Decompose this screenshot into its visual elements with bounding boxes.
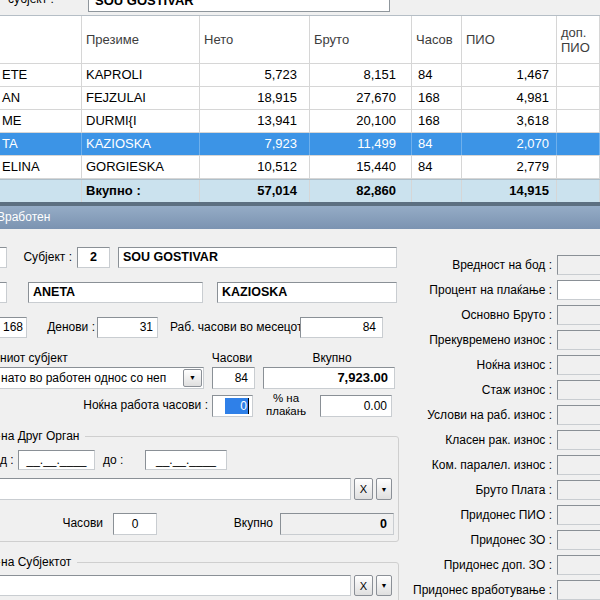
top-subject-field[interactable]: SOU GOSTIVAR xyxy=(88,0,390,12)
table-row[interactable]: ETE KAPROLI 5,723 8,151 84 1,467 xyxy=(0,64,600,87)
cell-firstname: ETE xyxy=(0,64,82,86)
rp-field-0 xyxy=(557,255,600,275)
cell-hours: 168 xyxy=(412,87,462,109)
rp-label-10: Придонес ПИО : xyxy=(368,505,552,525)
rp-field-8 xyxy=(557,455,600,475)
employment-type-dropdown[interactable]: нато во работен однос со неп ▼ xyxy=(0,367,204,389)
top-subject-label: субјект : xyxy=(8,0,54,6)
employment-hours-field[interactable]: 84 xyxy=(212,367,255,389)
cell-neto: 13,941 xyxy=(200,110,310,132)
section-header-title: Вработен xyxy=(0,210,50,224)
totals-dop-pio xyxy=(557,180,600,202)
cell-firstname: ME xyxy=(0,110,82,132)
subject-name-field[interactable]: SOU GOSTIVAR xyxy=(118,247,397,268)
month-hours-field[interactable]: 168 xyxy=(0,317,27,338)
cell-hours: 84 xyxy=(412,64,462,86)
subject-group-title: на Субјектот xyxy=(1,555,77,569)
totals-hours xyxy=(412,180,462,202)
table-row[interactable]: ELINA GORGIESKA 10,512 15,440 84 2,779 xyxy=(0,156,600,179)
cell-firstname: AN xyxy=(0,87,82,109)
col-header-dop-pio: доп. ПИО xyxy=(557,16,600,63)
top-subject-row: субјект : SOU GOSTIVAR xyxy=(0,0,600,13)
rp-field-4 xyxy=(557,355,600,375)
rp-label-1: Процент на плаќање : xyxy=(368,280,552,300)
days-label: Денови : xyxy=(38,317,95,338)
cell-neto: 18,915 xyxy=(200,87,310,109)
chevron-down-icon[interactable]: ▼ xyxy=(183,369,202,387)
rp-label-6: Услови на раб. износ : xyxy=(368,405,552,425)
rp-label-7: Класен рак. износ : xyxy=(368,430,552,450)
cell-hours: 84 xyxy=(412,156,462,178)
col-header-surname: Презиме xyxy=(82,16,200,63)
totals-bruto: 82,860 xyxy=(310,180,412,202)
totals-pio: 14,915 xyxy=(462,180,557,202)
table-row[interactable]: AN FEJZULAI 18,915 27,670 168 4,981 xyxy=(0,87,600,110)
rp-field-12 xyxy=(557,555,600,575)
cell-surname: FEJZULAI xyxy=(82,87,200,109)
rp-field-6 xyxy=(557,405,600,425)
totals-neto: 57,014 xyxy=(200,180,310,202)
totals-label: Вкупно : xyxy=(82,180,200,202)
cell-bruto: 8,151 xyxy=(310,64,412,86)
rp-label-4: Ноќна износ : xyxy=(368,355,552,375)
subject-label: Субјект : xyxy=(8,247,72,268)
section-header-employee: Вработен xyxy=(0,206,600,229)
col-header-hours: Часов xyxy=(412,16,462,63)
clear-icon: X xyxy=(360,580,367,592)
org-total-label: Вкупно xyxy=(226,513,273,534)
employment-type-value: нато во работен однос со неп xyxy=(1,368,166,388)
cell-surname: KAPROLI xyxy=(82,64,200,86)
cell-pio: 2,070 xyxy=(462,133,557,155)
rp-label-3: Прекувремено износ : xyxy=(368,330,552,350)
cell-firstname: TA xyxy=(0,133,82,155)
first-name-field[interactable]: ANETA xyxy=(28,282,203,303)
table-header-row: Презиме Нето Бруто Часов ПИО доп. ПИО xyxy=(0,16,600,64)
cell-dop-pio xyxy=(557,64,600,86)
subject-caption: ниот субјект xyxy=(0,348,68,369)
night-hours-input[interactable]: 0 xyxy=(212,395,253,417)
date-from-field[interactable]: __.__.____ xyxy=(18,450,95,470)
other-organ-combo[interactable] xyxy=(0,478,351,500)
rp-field-9 xyxy=(557,480,600,500)
cell-surname: DURMI{I xyxy=(82,110,200,132)
selected-text: 0 xyxy=(225,398,249,414)
days-field[interactable]: 31 xyxy=(97,317,158,338)
col-header-bruto: Бруто xyxy=(310,16,412,63)
rp-label-5: Стаж износ : xyxy=(368,380,552,400)
cell-pio: 3,618 xyxy=(462,110,557,132)
org-hours-field[interactable]: 0 xyxy=(113,513,157,535)
org-hours-label: Часови xyxy=(56,513,103,534)
table-row[interactable]: ME DURMI{I 13,941 20,100 168 3,618 xyxy=(0,110,600,133)
rp-field-1[interactable] xyxy=(557,280,600,300)
table-row-selected[interactable]: TA KAZIOSKA 7,923 11,499 84 2,070 xyxy=(0,133,600,156)
rp-label-2: Основно Бруто : xyxy=(368,305,552,325)
rp-field-2 xyxy=(557,305,600,325)
clear-icon: X xyxy=(360,483,367,495)
col-header-firstname xyxy=(0,16,82,63)
subject-combo[interactable] xyxy=(0,575,351,596)
cell-bruto: 27,670 xyxy=(310,87,412,109)
rp-field-11 xyxy=(557,530,600,550)
cell-dop-pio xyxy=(557,110,600,132)
date-from-label: д : xyxy=(0,450,14,471)
rp-field-7 xyxy=(557,430,600,450)
cell-surname: KAZIOSKA xyxy=(82,133,200,155)
cell-bruto: 15,440 xyxy=(310,156,412,178)
payroll-app-window: субјект : SOU GOSTIVAR Презиме Нето Брут… xyxy=(0,0,600,600)
clipped-field-left xyxy=(0,247,7,268)
cell-surname: GORGIESKA xyxy=(82,156,200,178)
rp-label-9: Бруто Плата : xyxy=(368,480,552,500)
rp-field-10 xyxy=(557,505,600,525)
total-column-label: Вкупно xyxy=(306,348,358,369)
cell-hours: 168 xyxy=(412,110,462,132)
other-organ-group-title: на Друг Орган xyxy=(1,429,85,443)
table-totals-row: Вкупно : 57,014 82,860 14,915 xyxy=(0,179,600,202)
date-to-field[interactable]: __.__.____ xyxy=(145,450,227,470)
cell-pio: 1,467 xyxy=(462,64,557,86)
cell-hours: 84 xyxy=(412,133,462,155)
subject-code-field[interactable]: 2 xyxy=(77,247,110,268)
cell-firstname: ELINA xyxy=(0,156,82,178)
rp-label-8: Ком. паралел. износ : xyxy=(368,455,552,475)
col-header-pio: ПИО xyxy=(462,16,557,63)
cell-bruto: 20,100 xyxy=(310,110,412,132)
